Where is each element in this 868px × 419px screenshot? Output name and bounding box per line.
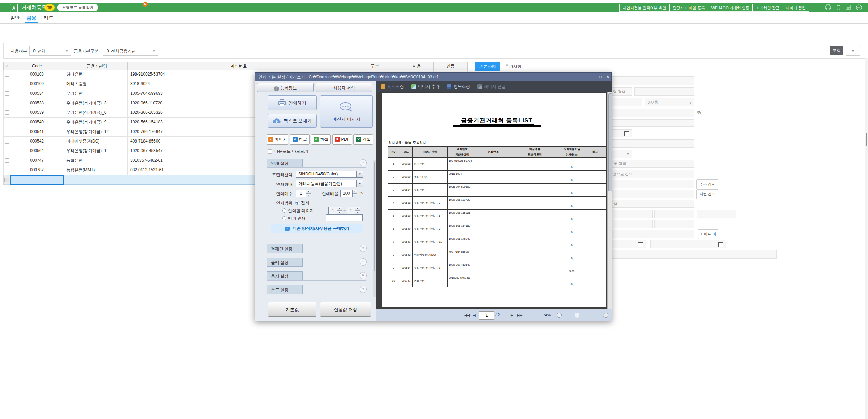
delete-icon[interactable] [836, 4, 841, 10]
row-checkbox[interactable] [4, 137, 10, 146]
cell-code[interactable]: 000541 [10, 127, 64, 137]
col-bank-name[interactable]: 금융기관명 [64, 62, 128, 70]
page-number-input[interactable] [479, 311, 494, 320]
col-use[interactable]: 사용 [400, 62, 434, 70]
paper-header[interactable]: 용지 설정 [267, 271, 303, 280]
export-hangul-button[interactable]: ㅎ한글 [290, 134, 310, 145]
cell-code[interactable]: 000542 [10, 137, 64, 146]
scrollbar-thumb[interactable] [866, 133, 867, 146]
cell-code[interactable]: 000539 [10, 108, 64, 118]
last-page-icon[interactable]: ▶▶ [517, 309, 522, 321]
download-view-checkbox[interactable]: 다운로드 바로보기 [268, 149, 308, 154]
tab-finance[interactable]: 금융 [27, 15, 36, 21]
expand-icon[interactable]: » [360, 258, 367, 266]
settings-scrollbar[interactable] [373, 160, 376, 297]
save-format-button[interactable]: 서식저장 [381, 84, 404, 90]
row-checkbox[interactable] [4, 70, 10, 79]
row-checkbox[interactable] [4, 98, 10, 108]
tab-general[interactable]: 일반 [10, 15, 20, 21]
adjust-items-button[interactable]: 항목조정 [447, 84, 470, 90]
close-button[interactable]: ✕ [606, 75, 609, 79]
page-edit-button[interactable]: 페이지 편집 [477, 84, 505, 90]
prev-page-icon[interactable]: ◀ [473, 309, 476, 321]
sign-box-header[interactable]: 결재란 설정 [267, 244, 303, 253]
row-checkbox[interactable] [4, 79, 10, 89]
export-excel-button[interactable]: X엑셀 [353, 134, 373, 145]
select-all-checkbox[interactable]: ✓ [4, 62, 10, 70]
cell-bank-name[interactable]: 미래에셋증권(DC) [64, 137, 128, 146]
grade-select[interactable]: 0.보통∨ [645, 98, 694, 106]
cell-code[interactable]: 000108 [10, 70, 64, 79]
cell-code[interactable]: 000540 [10, 118, 64, 127]
wehago-link-button[interactable]: WEHAGO 거래처 연동 [708, 4, 753, 12]
data-sort-button[interactable]: 데이터 정렬 [783, 4, 809, 12]
tab-registration-info[interactable]: !등록정보 [257, 83, 314, 92]
cell-bank-name[interactable]: 농협은행 [64, 156, 128, 165]
use-filter-select[interactable]: 0. 전체∨ [29, 46, 71, 56]
row-checkbox[interactable] [4, 146, 10, 156]
print-icon[interactable] [825, 4, 831, 10]
zoom-slider-thumb[interactable] [575, 313, 579, 318]
verify-business-button[interactable]: 사업자정보 진위여부 확인 [619, 4, 669, 12]
col-code[interactable]: Code [10, 62, 64, 70]
zoom-in-icon[interactable]: + [603, 313, 608, 318]
row-checkbox[interactable] [4, 108, 10, 118]
row-checkbox[interactable] [4, 118, 10, 127]
collapse-icon[interactable]: » [360, 159, 367, 166]
save-settings-button[interactable]: 설정값 저장 [320, 302, 371, 317]
expand-icon[interactable]: » [360, 286, 367, 293]
more-menu-icon[interactable] [856, 4, 862, 10]
next-page-icon[interactable]: ▶ [511, 309, 513, 321]
cell-bank-name[interactable]: 우리은행(정기예금)_9 [64, 118, 128, 127]
row-checkbox[interactable] [3, 175, 10, 185]
col-account[interactable]: 계좌번호 [128, 62, 350, 70]
cell-bank-name[interactable]: 우리은행(정기예금)_12 [64, 127, 128, 137]
scale-stepper[interactable]: 100 ▲▼ [340, 190, 357, 197]
date-to-field[interactable] [650, 240, 726, 248]
cell-code[interactable]: 000109 [10, 79, 64, 89]
search-options-button[interactable]: ∨ [846, 46, 860, 56]
print-form-select[interactable]: 거래처등록(금융기관탭)▼ [296, 180, 363, 187]
range-custom-input[interactable] [326, 214, 363, 221]
scrollbar-thumb[interactable] [374, 162, 375, 271]
detail-field[interactable] [613, 210, 653, 218]
output-header[interactable]: 출력 설정 [267, 258, 303, 267]
tip-bubble[interactable]: 은행코드 등록방법 N [57, 4, 98, 11]
dialog-titlebar[interactable]: 인쇄 기본 설정 / 미리보기 - C:₩Douzone₩Wehago₩Weha… [255, 73, 611, 81]
detail-field[interactable] [654, 210, 694, 218]
scrollbar-thumb[interactable] [608, 93, 612, 191]
detail-field[interactable] [634, 87, 694, 96]
cell-bank-name[interactable]: 우리은행 [64, 89, 128, 98]
jibun-search-button[interactable]: 지번 검색 [696, 189, 718, 199]
memo-icon[interactable] [846, 4, 851, 10]
page-scrollbar[interactable] [865, 58, 868, 419]
range-pages-radio[interactable]: 인쇄할 페이지 [282, 208, 314, 214]
print-setting-header[interactable]: 인쇄 설정 [267, 159, 303, 167]
tab-extra-info[interactable]: 추가사항 [505, 62, 521, 71]
row-checkbox[interactable] [4, 127, 10, 137]
tab-user-format[interactable]: 사용자 서식 [316, 83, 372, 92]
cell-bank-name[interactable]: 농협은행(MMT) [64, 165, 128, 175]
export-pdf-button[interactable]: PPDF [332, 134, 352, 145]
copies-stepper[interactable]: 1 ▲▼ [296, 190, 311, 197]
zoom-slider-track[interactable] [565, 315, 602, 315]
manager-email-button[interactable]: 담당자 이메일 등록 [669, 4, 708, 12]
cell-bank-name[interactable]: 우리은행(정기예금)_3 [64, 98, 128, 108]
page-to-stepper[interactable]: 1 ▲▼ [347, 207, 360, 214]
minimize-button[interactable]: – [593, 75, 595, 79]
export-hancell-button[interactable]: ㅎ한셀 [311, 134, 331, 145]
cell-bank-name[interactable]: 우리은행(정기예금)_6 [64, 108, 128, 118]
detail-field[interactable] [654, 220, 694, 228]
search-button[interactable]: 조회 [830, 46, 843, 55]
expand-icon[interactable]: » [360, 272, 367, 279]
font-header[interactable]: 폰트 설정 [267, 285, 303, 294]
fax-button[interactable]: 팩스로 보내기 [268, 114, 317, 128]
zoom-out-icon[interactable]: − [557, 313, 562, 318]
cell-code[interactable]: 000538 [10, 98, 64, 108]
address-field[interactable] [613, 180, 694, 188]
print-button[interactable]: 인쇄하기 [268, 95, 317, 110]
site-move-button[interactable]: 사이트 이동 [698, 229, 718, 239]
expand-icon[interactable]: » [360, 245, 367, 252]
tab-basic-info[interactable]: 기본사항 [475, 62, 500, 71]
detail-field[interactable] [697, 210, 736, 218]
